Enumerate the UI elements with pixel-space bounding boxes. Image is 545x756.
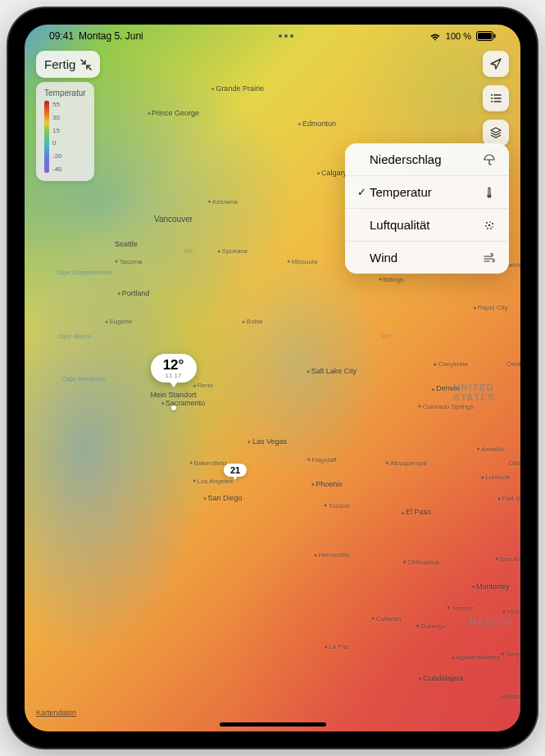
- city-label: Tucson: [325, 501, 350, 509]
- city-label: Bakersfield: [190, 459, 227, 467]
- city-label: Lubbock: [481, 473, 510, 481]
- secondary-pin[interactable]: 21: [224, 464, 247, 477]
- screen: 09:41 Montag 5. Juni 100 % Fertig: [25, 25, 520, 731]
- pin-dot: [171, 405, 176, 410]
- legend-val: -40: [52, 165, 62, 173]
- svg-point-11: [489, 221, 491, 223]
- city-label: La Paz: [325, 643, 349, 650]
- status-bar: 09:41 Montag 5. Juni 100 %: [25, 25, 520, 48]
- svg-point-15: [492, 226, 493, 228]
- list-button[interactable]: [483, 85, 509, 111]
- city-label: Billings: [379, 275, 404, 283]
- wind-icon: [481, 251, 497, 265]
- top-controls: Fertig: [36, 51, 509, 146]
- menu-label: Niederschlag: [370, 152, 481, 166]
- status-time: 09:41: [49, 30, 74, 42]
- city-label: Okla: [509, 459, 520, 467]
- city-label: Vancouver: [154, 215, 193, 224]
- layers-icon: [488, 125, 503, 140]
- svg-point-9: [488, 194, 490, 196]
- svg-point-10: [486, 222, 488, 224]
- city-label: Durango: [416, 622, 446, 629]
- city-label: Los Angeles: [193, 477, 234, 484]
- home-indicator[interactable]: [220, 722, 326, 727]
- svg-point-3: [491, 94, 493, 96]
- city-label: Monterrey: [472, 582, 510, 591]
- city-label: Chihuahua: [403, 558, 439, 565]
- svg-rect-2: [494, 34, 496, 38]
- city-label: Tampico: [502, 650, 520, 658]
- city-label: Hermosillo: [315, 551, 350, 559]
- svg-point-12: [492, 222, 493, 224]
- location-button[interactable]: [483, 51, 509, 77]
- city-label: Sacramento: [161, 399, 206, 407]
- city-label: Salt Lake City: [307, 367, 357, 375]
- city-label: San Antonio: [496, 555, 520, 562]
- country-label: UNITED STATES: [453, 383, 497, 402]
- svg-point-7: [491, 101, 493, 102]
- menu-item-wind[interactable]: Wind: [345, 242, 509, 274]
- multitasking-dots[interactable]: [143, 34, 429, 38]
- layers-button[interactable]: [483, 120, 509, 146]
- map-attribution[interactable]: Kartendaten: [36, 708, 76, 717]
- menu-item-temperature[interactable]: ✓ Temperatur: [345, 176, 509, 209]
- svg-point-16: [487, 228, 488, 229]
- city-label: El Paso: [402, 508, 431, 516]
- city-label: Tacoma: [116, 258, 143, 265]
- small-pin-temp: 21: [224, 464, 247, 477]
- menu-label: Temperatur: [370, 185, 481, 199]
- city-label: Albuquerque: [386, 459, 427, 467]
- city-label: Fort Worth: [498, 495, 520, 502]
- coast-label: Cape Mendocino: [62, 375, 106, 381]
- menu-item-airquality[interactable]: Luftqualität: [345, 209, 509, 242]
- coast-label: Cape Blanco: [57, 333, 90, 338]
- svg-point-13: [485, 225, 487, 227]
- city-label: Portland: [118, 289, 150, 297]
- my-location-pin[interactable]: 12° 11 17 Mein Standort: [150, 354, 196, 399]
- city-label: Rapid City: [474, 304, 508, 311]
- battery-icon: [476, 31, 496, 41]
- city-label: México Ci: [501, 692, 520, 699]
- layer-menu: Niederschlag ✓ Temperatur Luftqualität: [345, 143, 509, 274]
- coast-label: Cape Disappointment: [57, 269, 111, 275]
- collapse-icon: [80, 59, 92, 70]
- city-label: Kelowna: [208, 197, 238, 205]
- right-controls: [483, 51, 509, 146]
- svg-point-14: [488, 224, 491, 226]
- svg-point-17: [490, 228, 492, 229]
- city-label: Cheyenne: [434, 360, 468, 368]
- city-label: Guadalajara: [419, 674, 463, 682]
- city-label: San Diego: [203, 494, 242, 502]
- city-label: Las Vegas: [248, 437, 287, 446]
- state-label: WY: [382, 333, 392, 338]
- status-right: 100 %: [429, 31, 496, 41]
- city-label: Colorado Springs: [419, 403, 474, 410]
- menu-item-precipitation[interactable]: Niederschlag: [345, 143, 509, 176]
- city-label: Boise: [243, 318, 263, 325]
- pin-label: Mein Standort: [150, 391, 196, 399]
- city-label: Eugene: [106, 318, 133, 325]
- done-label: Fertig: [44, 57, 75, 71]
- check-icon: ✓: [353, 186, 370, 198]
- status-left: 09:41 Montag 5. Juni: [49, 30, 143, 42]
- city-label: Calgary: [317, 169, 347, 177]
- city-label: Amarillo: [477, 445, 505, 452]
- city-label: Culiacán: [372, 614, 402, 622]
- menu-label: Wind: [370, 251, 481, 265]
- country-label: MEXICO: [469, 617, 511, 627]
- ipad-frame: 09:41 Montag 5. Juni 100 % Fertig: [8, 8, 537, 748]
- city-label: Seattle: [115, 240, 138, 248]
- list-icon: [488, 91, 503, 106]
- city-label: Phoenix: [311, 480, 343, 488]
- umbrella-icon: [481, 153, 497, 166]
- legend-val: -20: [52, 152, 62, 160]
- status-date: Montag 5. Juni: [79, 30, 143, 42]
- svg-point-5: [491, 97, 493, 99]
- city-label: Missoula: [288, 258, 318, 265]
- done-button[interactable]: Fertig: [36, 51, 100, 78]
- wifi-icon: [429, 32, 441, 41]
- state-label: WA: [184, 248, 193, 254]
- pin-temperature: 12°: [158, 357, 188, 373]
- city-label: Torreón: [447, 604, 474, 611]
- city-label: Oman: [506, 360, 520, 368]
